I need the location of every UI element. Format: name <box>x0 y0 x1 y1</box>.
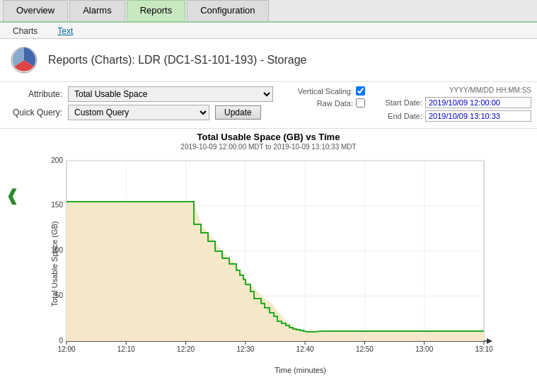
chart-subtitle: 2019-10-09 12:00:00 MDT to 2019-10-09 13… <box>3 143 534 151</box>
quick-query-select[interactable]: Custom Query <box>68 105 209 120</box>
raw-data-label: Raw Data: <box>289 99 353 108</box>
expand-icon[interactable]: ❰ <box>6 187 18 205</box>
sub-tab-charts[interactable]: Charts <box>3 24 47 38</box>
start-date-input[interactable] <box>425 97 531 108</box>
quick-query-label: Quick Query: <box>6 108 62 117</box>
svg-text:13:00: 13:00 <box>415 345 433 353</box>
svg-text:12:10: 12:10 <box>117 345 135 353</box>
vertical-scaling-label: Vertical Scaling: <box>289 87 353 96</box>
y-axis-label: Total Usable Space (GB) <box>50 221 59 306</box>
end-date-label: End Date: <box>376 112 422 120</box>
pie-chart-icon <box>8 45 40 76</box>
attribute-label: Attribute: <box>6 89 62 99</box>
chart-title: Total Usable Space (GB) vs Time <box>3 132 534 142</box>
svg-text:12:50: 12:50 <box>356 345 374 353</box>
svg-text:12:30: 12:30 <box>236 345 254 353</box>
update-button[interactable]: Update <box>215 105 261 120</box>
svg-text:12:40: 12:40 <box>296 345 314 353</box>
svg-text:0: 0 <box>59 337 63 345</box>
attribute-select[interactable]: Total Usable Space <box>68 86 273 102</box>
tab-overview[interactable]: Overview <box>3 0 68 21</box>
tabs-bar: Overview Alarms Reports Configuration <box>0 0 537 23</box>
svg-marker-29 <box>487 338 492 344</box>
page-title: Reports (Charts): LDR (DC1-S1-101-193) -… <box>48 54 306 67</box>
vertical-scaling-checkbox[interactable] <box>356 86 365 96</box>
tab-configuration[interactable]: Configuration <box>187 0 268 21</box>
raw-data-checkbox[interactable] <box>356 98 365 108</box>
sub-tabs-bar: Charts Text <box>0 23 537 39</box>
start-date-label: Start Date: <box>376 98 422 107</box>
chart-svg: 0 50 100 150 200 12:00 12:10 <box>38 154 495 362</box>
end-date-input[interactable] <box>425 110 531 122</box>
x-axis-label: Time (minutes) <box>67 366 534 374</box>
controls-panel: Attribute: Total Usable Space Quick Quer… <box>0 82 537 129</box>
svg-text:13:10: 13:10 <box>475 345 492 353</box>
svg-text:150: 150 <box>51 201 63 209</box>
svg-text:200: 200 <box>51 156 63 164</box>
sub-tab-text[interactable]: Text <box>47 24 83 38</box>
svg-text:12:00: 12:00 <box>57 345 75 353</box>
tab-alarms[interactable]: Alarms <box>69 0 125 21</box>
chart-area: Total Usable Space (GB) vs Time 2019-10-… <box>0 129 537 374</box>
tab-reports[interactable]: Reports <box>127 0 186 21</box>
page-header: Reports (Charts): LDR (DC1-S1-101-193) -… <box>0 39 537 82</box>
date-format-hint: YYYY/MM/DD HH:MM:SS <box>376 86 531 94</box>
svg-text:12:20: 12:20 <box>177 345 195 353</box>
